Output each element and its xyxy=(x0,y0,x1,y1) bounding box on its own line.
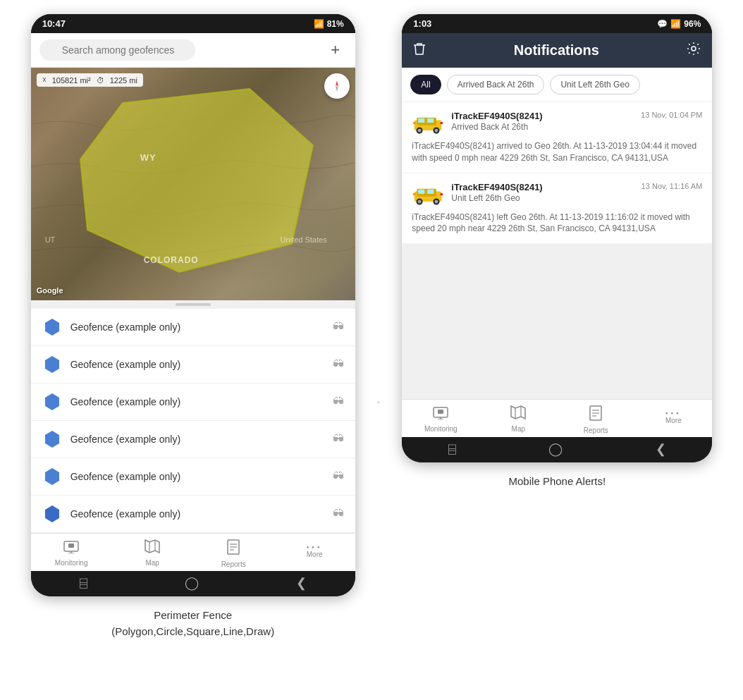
reports-icon xyxy=(226,539,240,559)
geofence-label-3: Geofence (example only) xyxy=(70,396,324,407)
right-status-bar: 1:03 💬 📶 96% xyxy=(402,14,712,33)
right-more-icon: ●●● xyxy=(665,405,682,415)
delete-button[interactable] xyxy=(413,42,426,59)
svg-rect-39 xyxy=(413,193,416,195)
nav-reports[interactable]: Reports xyxy=(193,539,274,568)
settings-button[interactable] xyxy=(687,42,701,59)
geofence-icon-6 xyxy=(42,504,62,524)
geofence-label-1: Geofence (example only) xyxy=(70,321,324,333)
svg-rect-42 xyxy=(438,410,443,414)
right-nav-map[interactable]: Map xyxy=(479,405,557,434)
right-battery: 96% xyxy=(684,19,701,29)
nav-monitoring-label: Monitoring xyxy=(55,559,88,567)
filter-all[interactable]: All xyxy=(410,75,441,94)
add-geofence-button[interactable]: + xyxy=(324,39,347,61)
more-icon: ●●● xyxy=(307,539,323,549)
geofence-list: Geofence (example only) 🕶 Geofence (exam… xyxy=(31,309,355,533)
right-nav-more[interactable]: ●●● More xyxy=(634,405,712,434)
right-signal-icon: 💬 xyxy=(657,19,668,29)
notifications-empty-area xyxy=(402,244,712,399)
geofence-eye-5[interactable]: 🕶 xyxy=(333,470,344,483)
svg-point-38 xyxy=(435,199,438,203)
right-map-icon xyxy=(510,405,526,424)
left-home-circle[interactable]: ◯ xyxy=(185,575,199,591)
geofence-icon-3 xyxy=(42,392,62,412)
filter-arrived[interactable]: Arrived Back At 26th xyxy=(447,75,545,94)
notif-card-1-header: iTrackEF4940S(8241) 13 Nov, 01:04 PM Arr… xyxy=(412,111,702,136)
notifications-title: Notifications xyxy=(434,42,678,59)
right-home-recents[interactable]: ⌸ xyxy=(448,442,456,457)
svg-marker-0 xyxy=(80,89,313,272)
right-home-back[interactable]: ❮ xyxy=(656,441,666,457)
geofence-icon-2 xyxy=(42,355,62,374)
left-caption-line2: (Polygon,Circle,Square,Line,Draw) xyxy=(111,625,274,637)
event-type-2: Unit Left 26th Geo xyxy=(451,193,702,203)
left-home-recents[interactable]: ⌸ xyxy=(80,576,87,591)
geofence-eye-2[interactable]: 🕶 xyxy=(333,358,344,371)
left-phone-content: 🔍 + xyxy=(31,33,355,571)
notif-title-row-1: iTrackEF4940S(8241) 13 Nov, 01:04 PM xyxy=(451,111,702,121)
svg-marker-45 xyxy=(511,406,525,419)
right-time: 1:03 xyxy=(413,18,431,29)
notif-card-2-header: iTrackEF4940S(8241) 13 Nov, 11:16 AM Uni… xyxy=(412,182,702,207)
left-phone-frame: 10:47 📶 81% 🔍 + xyxy=(31,14,355,596)
filter-unit-left[interactable]: Unit Left 26th Geo xyxy=(550,75,639,94)
right-bottom-nav: Monitoring Map Reports xyxy=(402,399,712,437)
geofence-item-1[interactable]: Geofence (example only) 🕶 xyxy=(31,309,355,346)
search-bar: 🔍 + xyxy=(31,33,355,68)
map-label-wy: WY xyxy=(140,152,156,163)
svg-point-20 xyxy=(692,47,696,51)
nav-monitoring[interactable]: Monitoring xyxy=(31,539,112,568)
compass-button[interactable] xyxy=(324,73,350,99)
svg-marker-7 xyxy=(45,468,59,485)
monitoring-icon xyxy=(63,539,80,558)
map-label-ut: UT xyxy=(45,235,56,244)
geofence-item-3[interactable]: Geofence (example only) 🕶 xyxy=(31,383,355,421)
geofence-icon-4 xyxy=(42,429,62,449)
right-home-circle[interactable]: ◯ xyxy=(548,441,563,457)
geofence-eye-4[interactable]: 🕶 xyxy=(333,433,344,446)
notif-body-2: iTrackEF4940S(8241) left Geo 26th. At 11… xyxy=(412,211,702,235)
right-nav-monitoring[interactable]: Monitoring xyxy=(402,405,479,434)
geofence-item-4[interactable]: Geofence (example only) 🕶 xyxy=(31,421,355,458)
svg-point-28 xyxy=(435,129,438,133)
geofence-label-2: Geofence (example only) xyxy=(70,359,324,370)
map-area: ☓ 105821 mi² ⏱ 1225 mi xyxy=(31,68,355,300)
svg-point-26 xyxy=(418,129,422,133)
map-background: ☓ 105821 mi² ⏱ 1225 mi xyxy=(31,68,355,300)
geofence-eye-3[interactable]: 🕶 xyxy=(333,395,344,408)
geofence-label-5: Geofence (example only) xyxy=(70,471,324,482)
notification-card-2[interactable]: iTrackEF4940S(8241) 13 Nov, 11:16 AM Uni… xyxy=(402,173,712,245)
right-nav-reports[interactable]: Reports xyxy=(557,405,634,434)
geofence-eye-1[interactable]: 🕶 xyxy=(333,321,344,333)
svg-marker-13 xyxy=(145,540,159,553)
svg-rect-40 xyxy=(441,193,443,195)
notif-time-1: 13 Nov, 01:04 PM xyxy=(641,111,702,119)
search-input[interactable] xyxy=(39,39,195,61)
left-status-bar: 10:47 📶 81% xyxy=(31,14,355,33)
geofence-item-2[interactable]: Geofence (example only) 🕶 xyxy=(31,346,355,383)
left-caption-line1: Perimeter Fence xyxy=(154,609,232,621)
scroll-indicator xyxy=(31,300,355,309)
geofence-label-6: Geofence (example only) xyxy=(70,508,324,520)
geofence-eye-6[interactable]: 🕶 xyxy=(333,508,344,520)
notif-card-1-info: iTrackEF4940S(8241) 13 Nov, 01:04 PM Arr… xyxy=(451,111,702,132)
geofence-item-5[interactable]: Geofence (example only) 🕶 xyxy=(31,458,355,496)
geofence-item-6[interactable]: Geofence (example only) 🕶 xyxy=(31,496,355,533)
nav-more-label: More xyxy=(307,551,323,558)
right-nav-map-label: Map xyxy=(512,425,525,433)
svg-rect-34 xyxy=(427,189,434,193)
filter-tabs: All Arrived Back At 26th Unit Left 26th … xyxy=(402,68,712,102)
nav-reports-label: Reports xyxy=(221,560,246,568)
svg-marker-1 xyxy=(336,80,338,86)
nav-more[interactable]: ●●● More xyxy=(274,539,355,568)
device-name-1: iTrackEF4940S(8241) xyxy=(451,111,542,121)
svg-marker-2 xyxy=(336,86,338,92)
google-logo: Google xyxy=(37,286,63,295)
svg-marker-6 xyxy=(45,431,59,448)
nav-map[interactable]: Map xyxy=(112,539,193,568)
left-home-back[interactable]: ❮ xyxy=(296,575,307,591)
svg-rect-29 xyxy=(413,122,416,124)
notification-card-1[interactable]: iTrackEF4940S(8241) 13 Nov, 01:04 PM Arr… xyxy=(402,102,712,173)
svg-rect-24 xyxy=(427,118,434,123)
